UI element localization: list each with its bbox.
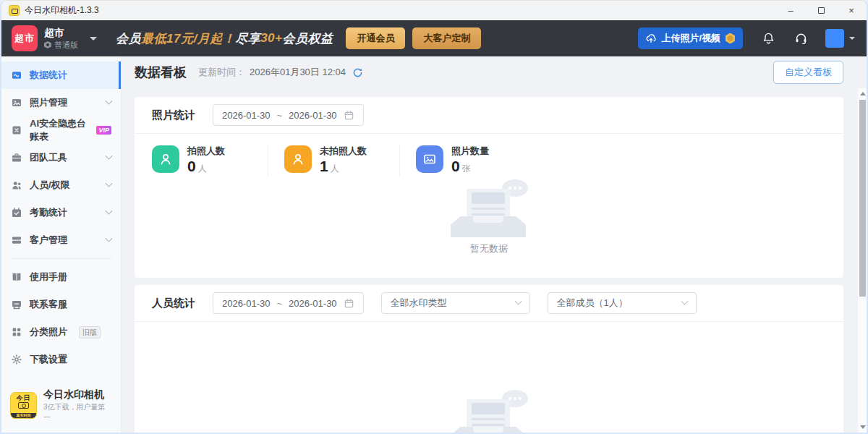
customer-support-headset-icon[interactable] [794, 32, 808, 46]
image-icon [416, 145, 443, 173]
date-end: 2026-01-30 [289, 110, 337, 121]
sidebar-item-contact-support[interactable]: 联系客服 [1, 291, 121, 318]
minimize-button[interactable]: – [775, 1, 806, 20]
date-range-picker[interactable]: 2026-01-30 ~ 2026-01-30 [213, 292, 364, 314]
sidebar-item-label: 下载设置 [30, 353, 67, 366]
chart-wave-icon [11, 69, 22, 81]
banner-highlight: 最低17元/月起！ [141, 30, 235, 47]
sidebar-item-label: 分类照片 [30, 326, 67, 339]
page-title: 数据看板 [135, 64, 187, 81]
date-end: 2026-01-30 [289, 298, 337, 309]
maximize-button[interactable] [806, 1, 836, 20]
user-menu[interactable] [825, 29, 855, 48]
sidebar-item-team-tools[interactable]: 团队工具 [1, 144, 121, 171]
sidebar-item-classified-photos[interactable]: 分类照片 旧版 [1, 318, 121, 346]
photo-icon [11, 97, 22, 109]
book-icon [11, 271, 22, 283]
person-icon [152, 145, 179, 173]
maximize-icon [818, 7, 825, 14]
banner-text: 会员 [116, 30, 141, 47]
app-icon [9, 5, 20, 16]
stat-not-photographed-people: 未拍照人数 1人 [268, 145, 399, 176]
date-range-picker[interactable]: 2026-01-30 ~ 2026-01-30 [213, 104, 364, 126]
main-content: 数据看板 更新时间： 2026年01月30日 12:04 自定义看板 照片统计 … [122, 56, 867, 433]
chevron-down-icon [106, 152, 113, 159]
briefcase-icon [11, 152, 22, 163]
dashboard-header: 数据看板 更新时间： 2026年01月30日 12:04 自定义看板 [135, 56, 843, 88]
sidebar-item-user-manual[interactable]: 使用手册 [1, 263, 121, 291]
app-window: 今日水印相机-1.3.3 – × 超市 超市 普通版 会员 最低17元/月起！ … [0, 0, 868, 434]
app-logo: 今日 真实时间 [10, 392, 37, 419]
sidebar-item-label: 团队工具 [30, 151, 67, 164]
member-select[interactable]: 全部成员（1人） [548, 292, 697, 314]
enterprise-custom-button[interactable]: 大客户定制 [412, 27, 481, 49]
team-name: 超市 [44, 27, 78, 38]
empty-state [135, 390, 843, 434]
scrollbar-thumb[interactable] [859, 100, 866, 297]
wallet-icon [11, 234, 22, 246]
date-separator: ~ [277, 110, 283, 121]
stat-label: 未拍照人数 [320, 145, 367, 156]
app-tagline: 3亿下载，用户量第一 [43, 402, 112, 422]
close-button[interactable]: × [836, 1, 867, 20]
team-info: 超市 普通版 [44, 27, 78, 51]
stat-value: 0 [187, 158, 196, 174]
sidebar-item-label: 联系客服 [30, 298, 67, 311]
select-value: 全部水印类型 [391, 297, 447, 310]
team-switch-caret-icon[interactable] [90, 37, 97, 41]
sidebar-item-ai-safety-ledger[interactable]: AI安全隐患台账表 VIP [1, 116, 121, 144]
vip-promo-banner: 会员 最低17元/月起！ 尽享 30+ 会员权益 [116, 30, 333, 47]
app-name: 今日水印相机 [43, 388, 112, 401]
stat-unit: 人 [331, 163, 339, 174]
sidebar-item-members-permissions[interactable]: 人员/权限 [1, 171, 121, 199]
sidebar: 数据统计 照片管理 AI安全隐患台账表 VIP 团队工具 人员/权限 [1, 56, 122, 433]
sidebar-divider [11, 258, 111, 259]
card-title: 照片统计 [152, 109, 195, 122]
sidebar-item-label: 使用手册 [30, 271, 67, 284]
sidebar-item-label: 人员/权限 [30, 179, 70, 192]
notification-bell-icon[interactable] [762, 32, 775, 46]
user-menu-caret-icon [849, 37, 855, 40]
scroll-up-arrow[interactable] [860, 92, 866, 95]
calendar-icon [344, 110, 354, 121]
sidebar-item-download-settings[interactable]: 下载设置 [1, 346, 121, 373]
scroll-down-arrow[interactable] [860, 425, 866, 429]
date-separator: ~ [277, 298, 283, 309]
customize-dashboard-button[interactable]: 自定义看板 [773, 61, 843, 84]
upload-photo-video-button[interactable]: 上传照片/视频 [638, 27, 743, 49]
top-header: 超市 超市 普通版 会员 最低17元/月起！ 尽享 30+ 会员权益 开通会员 … [1, 20, 867, 56]
updated-time: 2026年01月30日 12:04 [250, 66, 346, 79]
users-icon [11, 179, 22, 191]
updated-label: 更新时间： [198, 66, 245, 79]
stats-row: 拍照人数 0人 未拍照人数 1人 [135, 134, 843, 176]
chevron-down-icon [106, 234, 113, 242]
sidebar-item-attendance-stats[interactable]: 考勤统计 [1, 199, 121, 226]
sidebar-item-customer-management[interactable]: 客户管理 [1, 226, 121, 254]
empty-text: 暂无数据 [470, 242, 508, 255]
banner-highlight: 30+ [260, 31, 282, 46]
camera-glyph [18, 402, 29, 409]
sidebar-item-data-stats[interactable]: 数据统计 [1, 61, 121, 89]
avatar [825, 29, 844, 48]
empty-state: 暂无数据 [135, 179, 843, 255]
member-stats-card: 人员统计 2026-01-30 ~ 2026-01-30 全部水印类型 全部成员… [135, 285, 843, 434]
grid-icon [11, 326, 22, 338]
refresh-icon[interactable] [352, 67, 363, 78]
stat-unit: 人 [198, 163, 207, 174]
photo-stats-card: 照片统计 2026-01-30 ~ 2026-01-30 拍照人 [135, 97, 843, 278]
stat-label: 照片数量 [451, 145, 489, 156]
sidebar-item-photo-management[interactable]: 照片管理 [1, 89, 121, 116]
empty-inbox-illustration [446, 179, 532, 237]
date-start: 2026-01-30 [222, 298, 271, 309]
chevron-down-icon [106, 207, 113, 214]
calendar-check-icon [11, 207, 22, 218]
open-vip-button[interactable]: 开通会员 [346, 27, 405, 49]
team-logo[interactable]: 超市 [12, 25, 38, 51]
chevron-down-icon [514, 297, 522, 305]
upload-cloud-icon [645, 33, 657, 44]
vertical-scrollbar [857, 88, 867, 433]
stat-label: 拍照人数 [187, 145, 225, 156]
watermark-type-select[interactable]: 全部水印类型 [381, 292, 530, 314]
banner-text: 尽享 [235, 30, 260, 47]
sidebar-footer: 今日 真实时间 今日水印相机 3亿下载，用户量第一 [1, 381, 121, 433]
